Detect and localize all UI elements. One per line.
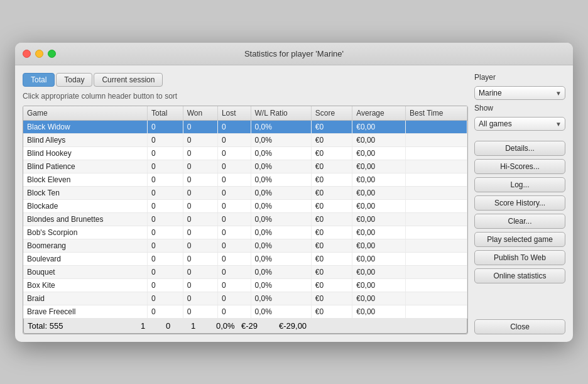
table-row[interactable]: Boulevard0000,0%€0€0,00 — [23, 252, 467, 265]
footer-won: 0 — [166, 321, 191, 331]
publish-to-web-button[interactable]: Publish To Web — [474, 250, 565, 265]
tab-today[interactable]: Today — [56, 73, 92, 87]
cell-value — [406, 278, 467, 292]
cell-value: 0 — [183, 292, 217, 305]
cell-value: 0 — [217, 199, 251, 212]
cell-game: Blind Hookey — [23, 146, 148, 160]
close-button[interactable]: Close — [474, 319, 565, 334]
cell-value: €0 — [311, 305, 352, 318]
cell-value: 0,0% — [251, 146, 311, 160]
cell-value: 0 — [183, 146, 217, 160]
cell-value: 0,0% — [251, 278, 311, 292]
cell-value: €0,00 — [352, 239, 406, 252]
table-row[interactable]: Blind Alleys0000,0%€0€0,00 — [23, 133, 467, 146]
col-header-wl[interactable]: W/L Ratio — [251, 106, 311, 121]
cell-value: 0 — [217, 265, 251, 278]
close-window-button[interactable] — [23, 50, 31, 58]
clear-button[interactable]: Clear... — [474, 214, 565, 229]
col-header-game[interactable]: Game — [23, 106, 148, 121]
cell-value: 0 — [148, 212, 183, 226]
cell-value: 0,0% — [251, 292, 311, 305]
score-history-button[interactable]: Score History... — [474, 195, 565, 211]
cell-value: €0 — [311, 160, 352, 173]
table-row[interactable]: Blockade0000,0%€0€0,00 — [23, 199, 467, 212]
titlebar: Statistics for player 'Marine' — [15, 43, 573, 65]
cell-value: 0 — [183, 278, 217, 292]
cell-value: €0,00 — [352, 212, 406, 226]
cell-value: 0 — [148, 278, 183, 292]
cell-value: 0 — [217, 252, 251, 265]
cell-game: Blondes and Brunettes — [23, 212, 148, 226]
log-button[interactable]: Log... — [474, 177, 565, 192]
cell-value: 0 — [217, 173, 251, 186]
player-select-wrapper: Marine ▼ — [474, 86, 565, 100]
cell-value: €0 — [311, 265, 352, 278]
table-row[interactable]: Brave Freecell0000,0%€0€0,00 — [23, 305, 467, 318]
cell-value — [406, 199, 467, 212]
cell-value: €0,00 — [352, 278, 406, 292]
table-row[interactable]: Boomerang0000,0%€0€0,00 — [23, 239, 467, 252]
cell-value: €0,00 — [352, 265, 406, 278]
tab-bar: Total Today Current session — [23, 73, 468, 87]
online-statistics-button[interactable]: Online statistics — [474, 268, 565, 283]
tab-total[interactable]: Total — [23, 73, 55, 87]
cell-value — [406, 212, 467, 226]
hi-scores-button[interactable]: Hi-Scores... — [474, 159, 565, 174]
show-label: Show — [474, 104, 565, 112]
minimize-window-button[interactable] — [35, 50, 43, 58]
cell-value — [406, 186, 467, 199]
cell-value: 0,0% — [251, 199, 311, 212]
cell-value: 0,0% — [251, 186, 311, 199]
table-footer: Total: 555 1 0 1 0,0% €-29 €-29,00 — [23, 319, 467, 334]
show-select[interactable]: All gamesWon gamesLost games — [474, 117, 565, 131]
details-button[interactable]: Details... — [474, 141, 565, 156]
cell-value: €0 — [311, 199, 352, 212]
cell-value: €0 — [311, 173, 352, 186]
cell-value: €0 — [311, 120, 352, 133]
stats-table: Game Total Won Lost W/L Ratio Score Aver… — [23, 106, 467, 319]
table-row[interactable]: Bob's Scorpion0000,0%€0€0,00 — [23, 226, 467, 239]
table-row[interactable]: Black Widow0000,0%€0€0,00 — [23, 120, 467, 133]
col-header-score[interactable]: Score — [311, 106, 352, 121]
table-row[interactable]: Box Kite0000,0%€0€0,00 — [23, 278, 467, 292]
cell-value: 0 — [148, 133, 183, 146]
cell-value: €0,00 — [352, 305, 406, 318]
table-row[interactable]: Blind Hookey0000,0%€0€0,00 — [23, 146, 467, 160]
col-header-won[interactable]: Won — [183, 106, 217, 121]
cell-value: 0,0% — [251, 305, 311, 318]
cell-value: 0 — [217, 212, 251, 226]
table-row[interactable]: Braid0000,0%€0€0,00 — [23, 292, 467, 305]
cell-value: €0 — [311, 186, 352, 199]
play-selected-game-button[interactable]: Play selected game — [474, 232, 565, 247]
col-header-average[interactable]: Average — [352, 106, 406, 121]
cell-value: 0 — [148, 186, 183, 199]
cell-value: 0 — [217, 239, 251, 252]
table-row[interactable]: Blind Patience0000,0%€0€0,00 — [23, 160, 467, 173]
cell-value: 0 — [148, 252, 183, 265]
table-scroll[interactable]: Game Total Won Lost W/L Ratio Score Aver… — [23, 106, 467, 319]
cell-value: €0,00 — [352, 252, 406, 265]
cell-value: 0 — [148, 239, 183, 252]
col-header-total[interactable]: Total — [148, 106, 183, 121]
table-row[interactable]: Block Ten0000,0%€0€0,00 — [23, 186, 467, 199]
cell-value: 0 — [148, 120, 183, 133]
cell-value: €0,00 — [352, 120, 406, 133]
col-header-best[interactable]: Best Time — [406, 106, 467, 121]
table-row[interactable]: Bouquet0000,0%€0€0,00 — [23, 265, 467, 278]
cell-value: 0 — [217, 292, 251, 305]
tab-current-session[interactable]: Current session — [94, 73, 163, 87]
cell-value: 0 — [183, 305, 217, 318]
cell-game: Brave Freecell — [23, 305, 148, 318]
table-row[interactable]: Blondes and Brunettes0000,0%€0€0,00 — [23, 212, 467, 226]
cell-value: 0 — [148, 146, 183, 160]
cell-value: 0 — [217, 160, 251, 173]
cell-value: 0,0% — [251, 160, 311, 173]
cell-value: 0 — [148, 226, 183, 239]
table-row[interactable]: Block Eleven0000,0%€0€0,00 — [23, 173, 467, 186]
col-header-lost[interactable]: Lost — [217, 106, 251, 121]
footer-total: 1 — [141, 321, 166, 331]
cell-value: 0 — [183, 265, 217, 278]
player-select[interactable]: Marine — [474, 86, 565, 100]
cell-value: €0 — [311, 212, 352, 226]
maximize-window-button[interactable] — [48, 50, 56, 58]
